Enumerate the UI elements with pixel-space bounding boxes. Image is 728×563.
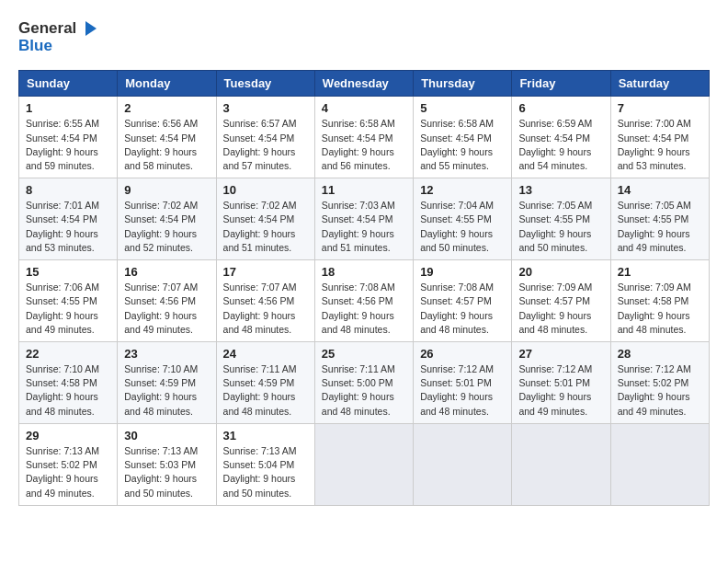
day-info: Sunrise: 7:09 AMSunset: 4:58 PMDaylight:… bbox=[618, 281, 702, 337]
day-info: Sunrise: 7:13 AMSunset: 5:03 PMDaylight:… bbox=[124, 444, 209, 500]
calendar-cell-11: 11Sunrise: 7:03 AMSunset: 4:54 PMDayligh… bbox=[314, 178, 413, 260]
calendar-cell-empty bbox=[610, 423, 709, 505]
calendar-cell-23: 23Sunrise: 7:10 AMSunset: 4:59 PMDayligh… bbox=[118, 342, 216, 424]
logo: General Blue bbox=[18, 18, 98, 55]
calendar-cell-empty bbox=[314, 423, 413, 505]
svg-marker-0 bbox=[85, 21, 97, 36]
day-number: 8 bbox=[26, 183, 110, 197]
col-header-tuesday: Tuesday bbox=[216, 71, 314, 97]
calendar-cell-12: 12Sunrise: 7:04 AMSunset: 4:55 PMDayligh… bbox=[414, 178, 512, 260]
day-info: Sunrise: 7:12 AMSunset: 5:02 PMDaylight:… bbox=[618, 362, 702, 419]
calendar-cell-6: 6Sunrise: 6:59 AMSunset: 4:54 PMDaylight… bbox=[512, 97, 610, 178]
day-info: Sunrise: 7:02 AMSunset: 4:54 PMDaylight:… bbox=[223, 199, 308, 255]
day-number: 29 bbox=[26, 429, 110, 442]
logo-blue: Blue bbox=[18, 37, 52, 55]
calendar-cell-5: 5Sunrise: 6:58 AMSunset: 4:54 PMDaylight… bbox=[414, 97, 512, 178]
day-number: 31 bbox=[223, 429, 308, 442]
day-number: 17 bbox=[223, 265, 308, 279]
calendar-cell-30: 30Sunrise: 7:13 AMSunset: 5:03 PMDayligh… bbox=[118, 423, 216, 505]
day-number: 7 bbox=[618, 101, 702, 115]
calendar-cell-8: 8Sunrise: 7:01 AMSunset: 4:54 PMDaylight… bbox=[19, 178, 118, 260]
day-info: Sunrise: 7:11 AMSunset: 4:59 PMDaylight:… bbox=[223, 362, 308, 419]
calendar-cell-15: 15Sunrise: 7:06 AMSunset: 4:55 PMDayligh… bbox=[19, 260, 118, 342]
calendar-row-4: 22Sunrise: 7:10 AMSunset: 4:58 PMDayligh… bbox=[19, 342, 710, 424]
day-info: Sunrise: 6:58 AMSunset: 4:54 PMDaylight:… bbox=[420, 117, 505, 173]
day-number: 13 bbox=[518, 183, 603, 197]
col-header-saturday: Saturday bbox=[610, 71, 709, 97]
day-number: 18 bbox=[322, 265, 406, 279]
day-number: 10 bbox=[223, 183, 308, 197]
day-info: Sunrise: 7:08 AMSunset: 4:56 PMDaylight:… bbox=[322, 281, 406, 337]
day-info: Sunrise: 7:12 AMSunset: 5:01 PMDaylight:… bbox=[420, 362, 505, 419]
day-info: Sunrise: 7:03 AMSunset: 4:54 PMDaylight:… bbox=[322, 199, 406, 255]
calendar-cell-3: 3Sunrise: 6:57 AMSunset: 4:54 PMDaylight… bbox=[216, 97, 314, 178]
logo-container: General Blue bbox=[18, 18, 98, 55]
day-info: Sunrise: 7:12 AMSunset: 5:01 PMDaylight:… bbox=[518, 362, 603, 419]
day-number: 25 bbox=[322, 347, 406, 361]
day-info: Sunrise: 6:55 AMSunset: 4:54 PMDaylight:… bbox=[26, 117, 110, 173]
calendar-header: SundayMondayTuesdayWednesdayThursdayFrid… bbox=[19, 71, 710, 97]
col-header-monday: Monday bbox=[118, 71, 216, 97]
day-info: Sunrise: 7:04 AMSunset: 4:55 PMDaylight:… bbox=[420, 199, 505, 255]
day-info: Sunrise: 6:58 AMSunset: 4:54 PMDaylight:… bbox=[322, 117, 406, 173]
day-info: Sunrise: 7:13 AMSunset: 5:02 PMDaylight:… bbox=[26, 444, 110, 500]
day-info: Sunrise: 7:05 AMSunset: 4:55 PMDaylight:… bbox=[518, 199, 603, 255]
calendar-cell-21: 21Sunrise: 7:09 AMSunset: 4:58 PMDayligh… bbox=[610, 260, 709, 342]
day-info: Sunrise: 7:07 AMSunset: 4:56 PMDaylight:… bbox=[223, 281, 308, 337]
day-number: 15 bbox=[26, 265, 110, 279]
day-info: Sunrise: 7:09 AMSunset: 4:57 PMDaylight:… bbox=[518, 281, 603, 337]
calendar-cell-28: 28Sunrise: 7:12 AMSunset: 5:02 PMDayligh… bbox=[610, 342, 709, 424]
calendar-cell-1: 1Sunrise: 6:55 AMSunset: 4:54 PMDaylight… bbox=[19, 97, 118, 178]
calendar-cell-18: 18Sunrise: 7:08 AMSunset: 4:56 PMDayligh… bbox=[314, 260, 413, 342]
day-number: 11 bbox=[322, 183, 406, 197]
day-number: 23 bbox=[124, 347, 209, 361]
day-info: Sunrise: 6:57 AMSunset: 4:54 PMDaylight:… bbox=[223, 117, 308, 173]
day-info: Sunrise: 7:06 AMSunset: 4:55 PMDaylight:… bbox=[26, 281, 110, 337]
calendar-cell-22: 22Sunrise: 7:10 AMSunset: 4:58 PMDayligh… bbox=[19, 342, 118, 424]
day-info: Sunrise: 6:56 AMSunset: 4:54 PMDaylight:… bbox=[124, 117, 209, 173]
day-info: Sunrise: 7:13 AMSunset: 5:04 PMDaylight:… bbox=[223, 444, 308, 500]
day-number: 4 bbox=[322, 101, 406, 115]
calendar-cell-7: 7Sunrise: 7:00 AMSunset: 4:54 PMDaylight… bbox=[610, 97, 709, 178]
calendar-cell-9: 9Sunrise: 7:02 AMSunset: 4:54 PMDaylight… bbox=[118, 178, 216, 260]
day-number: 19 bbox=[420, 265, 505, 279]
calendar-cell-empty bbox=[512, 423, 610, 505]
calendar-cell-16: 16Sunrise: 7:07 AMSunset: 4:56 PMDayligh… bbox=[118, 260, 216, 342]
logo-arrow-icon bbox=[78, 18, 98, 39]
day-number: 3 bbox=[223, 101, 308, 115]
day-number: 24 bbox=[223, 347, 308, 361]
calendar-cell-27: 27Sunrise: 7:12 AMSunset: 5:01 PMDayligh… bbox=[512, 342, 610, 424]
day-number: 27 bbox=[518, 347, 603, 361]
day-info: Sunrise: 7:11 AMSunset: 5:00 PMDaylight:… bbox=[322, 362, 406, 419]
calendar-cell-4: 4Sunrise: 6:58 AMSunset: 4:54 PMDaylight… bbox=[314, 97, 413, 178]
calendar-cell-10: 10Sunrise: 7:02 AMSunset: 4:54 PMDayligh… bbox=[216, 178, 314, 260]
day-info: Sunrise: 7:00 AMSunset: 4:54 PMDaylight:… bbox=[618, 117, 702, 173]
day-info: Sunrise: 7:08 AMSunset: 4:57 PMDaylight:… bbox=[420, 281, 505, 337]
col-header-friday: Friday bbox=[512, 71, 610, 97]
day-number: 20 bbox=[518, 265, 603, 279]
day-number: 5 bbox=[420, 101, 505, 115]
day-number: 2 bbox=[124, 101, 209, 115]
calendar-cell-17: 17Sunrise: 7:07 AMSunset: 4:56 PMDayligh… bbox=[216, 260, 314, 342]
day-number: 12 bbox=[420, 183, 505, 197]
calendar-cell-26: 26Sunrise: 7:12 AMSunset: 5:01 PMDayligh… bbox=[414, 342, 512, 424]
day-info: Sunrise: 7:10 AMSunset: 4:59 PMDaylight:… bbox=[124, 362, 209, 419]
day-info: Sunrise: 7:01 AMSunset: 4:54 PMDaylight:… bbox=[26, 199, 110, 255]
day-number: 1 bbox=[26, 101, 110, 115]
calendar-cell-empty bbox=[414, 423, 512, 505]
calendar-cell-25: 25Sunrise: 7:11 AMSunset: 5:00 PMDayligh… bbox=[314, 342, 413, 424]
day-number: 6 bbox=[518, 101, 603, 115]
day-info: Sunrise: 7:02 AMSunset: 4:54 PMDaylight:… bbox=[124, 199, 209, 255]
day-info: Sunrise: 6:59 AMSunset: 4:54 PMDaylight:… bbox=[518, 117, 603, 173]
calendar-cell-14: 14Sunrise: 7:05 AMSunset: 4:55 PMDayligh… bbox=[610, 178, 709, 260]
calendar-cell-19: 19Sunrise: 7:08 AMSunset: 4:57 PMDayligh… bbox=[414, 260, 512, 342]
calendar-cell-13: 13Sunrise: 7:05 AMSunset: 4:55 PMDayligh… bbox=[512, 178, 610, 260]
page-header: General Blue bbox=[18, 18, 710, 55]
calendar-cell-20: 20Sunrise: 7:09 AMSunset: 4:57 PMDayligh… bbox=[512, 260, 610, 342]
day-number: 22 bbox=[26, 347, 110, 361]
calendar-cell-29: 29Sunrise: 7:13 AMSunset: 5:02 PMDayligh… bbox=[19, 423, 118, 505]
logo-general: General bbox=[18, 19, 76, 38]
day-number: 30 bbox=[124, 429, 209, 442]
day-info: Sunrise: 7:10 AMSunset: 4:58 PMDaylight:… bbox=[26, 362, 110, 419]
calendar-cell-31: 31Sunrise: 7:13 AMSunset: 5:04 PMDayligh… bbox=[216, 423, 314, 505]
